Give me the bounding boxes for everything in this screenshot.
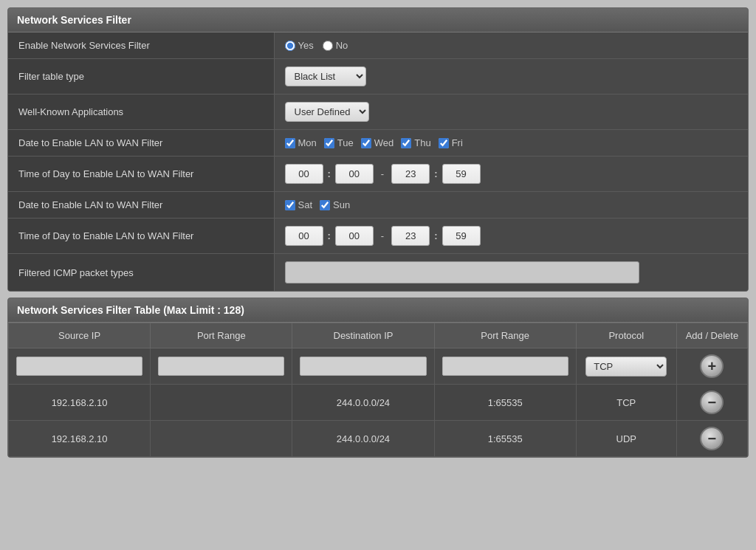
radio-no-item[interactable]: No	[323, 40, 348, 51]
enable-filter-row: Enable Network Services Filter Yes No	[8, 32, 748, 59]
col-dest-ip: Destination IP	[292, 323, 434, 348]
icmp-row: Filtered ICMP packet types	[8, 254, 748, 292]
remove-button-2[interactable]: −	[700, 427, 724, 450]
checkbox-sun-label: Sun	[333, 199, 350, 210]
table-row: 192.168.2.10 244.0.0.0/24 1:65535 UDP −	[9, 421, 748, 457]
row1-dest-ip: 244.0.0.0/24	[292, 385, 434, 421]
enable-filter-control: Yes No	[274, 32, 748, 59]
col-port-range-1: Port Range	[151, 323, 292, 348]
weekend-start-min[interactable]	[335, 226, 374, 246]
time-lan-wan-weekend-row: Time of Day to Enable LAN to WAN Filter …	[8, 219, 748, 254]
date-lan-wan-weekend-control: Sat Sun	[274, 192, 748, 219]
radio-yes-label: Yes	[298, 40, 314, 51]
input-source-ip[interactable]	[16, 357, 142, 376]
checkbox-sun[interactable]	[320, 200, 330, 210]
checkbox-fri-label: Fri	[452, 137, 463, 148]
weekday-end-min[interactable]	[442, 164, 481, 184]
date-lan-wan-weekday-row: Date to Enable LAN to WAN Filter Mon Tue	[8, 130, 748, 157]
checkbox-sat[interactable]	[285, 200, 295, 210]
row1-delete-cell: −	[676, 385, 747, 421]
input-port-range-2[interactable]	[442, 357, 568, 376]
time-lan-wan-weekend-control: : - :	[274, 219, 748, 254]
input-port-range-1-cell	[151, 348, 292, 385]
radio-yes-item[interactable]: Yes	[285, 40, 314, 51]
checkbox-mon-item[interactable]: Mon	[285, 137, 317, 148]
icmp-control	[274, 254, 748, 292]
weekday-end-hour[interactable]	[391, 164, 430, 184]
filter-table-type-select[interactable]: Black List White List	[285, 66, 366, 86]
filter-table-type-control: Black List White List	[274, 59, 748, 94]
time-group-weekend: : - :	[285, 226, 738, 246]
col-port-range-2: Port Range	[434, 323, 576, 348]
radio-yes[interactable]	[285, 41, 295, 51]
checkbox-sun-item[interactable]: Sun	[320, 199, 350, 210]
weekend-start-hour[interactable]	[285, 226, 323, 246]
filter-table-panel: Network Services Filter Table (Max Limit…	[7, 298, 749, 458]
add-button-cell: +	[676, 348, 747, 385]
checkbox-mon-label: Mon	[298, 137, 317, 148]
weekend-end-min[interactable]	[442, 226, 481, 246]
filter-table-header-row: Source IP Port Range Destination IP Port…	[9, 323, 748, 348]
time-dash-weekday: -	[381, 168, 384, 179]
row1-port-range-2: 1:65535	[434, 385, 576, 421]
checkbox-wed-label: Wed	[374, 137, 394, 148]
radio-no[interactable]	[323, 41, 333, 51]
date-lan-wan-weekday-label: Date to Enable LAN to WAN Filter	[8, 130, 274, 157]
input-port-range-2-cell	[434, 348, 576, 385]
checkbox-mon[interactable]	[285, 138, 295, 148]
checkbox-thu-item[interactable]: Thu	[401, 137, 430, 148]
date-lan-wan-weekend-label: Date to Enable LAN to WAN Filter	[8, 192, 274, 219]
date-lan-wan-weekday-control: Mon Tue Wed Thu	[274, 130, 748, 157]
checkbox-fri[interactable]	[439, 138, 449, 148]
time-lan-wan-weekday-label: Time of Day to Enable LAN to WAN Filter	[8, 157, 274, 192]
date-lan-wan-weekend-row: Date to Enable LAN to WAN Filter Sat Sun	[8, 192, 748, 219]
filter-table-panel-title: Network Services Filter Table (Max Limit…	[8, 298, 748, 323]
checkbox-thu[interactable]	[401, 138, 411, 148]
icmp-input[interactable]	[285, 261, 639, 283]
checkbox-sat-item[interactable]: Sat	[285, 199, 313, 210]
well-known-apps-control: User Defined HTTP FTP SMTP	[274, 94, 748, 130]
weekend-end-hour[interactable]	[391, 226, 430, 246]
checkbox-fri-item[interactable]: Fri	[439, 137, 463, 148]
time-sep-1: :	[328, 168, 331, 179]
col-source-ip: Source IP	[9, 323, 151, 348]
checkbox-wed-item[interactable]: Wed	[361, 137, 394, 148]
input-protocol-select[interactable]: TCP UDP Both	[585, 357, 667, 377]
weekday-checkbox-group: Mon Tue Wed Thu	[285, 137, 738, 148]
time-sep-3: :	[328, 230, 331, 241]
filter-input-row: TCP UDP Both +	[9, 348, 748, 385]
input-source-ip-cell	[9, 348, 151, 385]
add-button[interactable]: +	[700, 354, 724, 378]
well-known-apps-label: Well-Known Applications	[8, 94, 274, 130]
input-port-range-1[interactable]	[158, 357, 284, 376]
input-protocol-cell: TCP UDP Both	[576, 348, 676, 385]
time-sep-4: :	[434, 230, 437, 241]
filter-table-type-label: Filter table type	[8, 59, 274, 94]
checkbox-sat-label: Sat	[298, 199, 313, 210]
checkbox-tue-item[interactable]: Tue	[324, 137, 354, 148]
row2-protocol: UDP	[576, 421, 676, 457]
panel-title: Network Services Filter	[8, 8, 748, 32]
row1-source-ip: 192.168.2.10	[9, 385, 151, 421]
time-lan-wan-weekday-row: Time of Day to Enable LAN to WAN Filter …	[8, 157, 748, 192]
filter-table-type-row: Filter table type Black List White List	[8, 59, 748, 94]
well-known-apps-select[interactable]: User Defined HTTP FTP SMTP	[285, 102, 369, 122]
icmp-label: Filtered ICMP packet types	[8, 254, 274, 292]
time-sep-2: :	[434, 168, 437, 179]
filter-data-table: Source IP Port Range Destination IP Port…	[8, 323, 748, 457]
network-services-filter-panel: Network Services Filter Enable Network S…	[7, 7, 749, 292]
checkbox-tue[interactable]	[324, 138, 334, 148]
checkbox-wed[interactable]	[361, 138, 371, 148]
input-dest-ip[interactable]	[300, 357, 426, 376]
col-protocol: Protocol	[576, 323, 676, 348]
form-table: Enable Network Services Filter Yes No	[8, 32, 748, 291]
row2-source-ip: 192.168.2.10	[9, 421, 151, 457]
time-lan-wan-weekend-label: Time of Day to Enable LAN to WAN Filter	[8, 219, 274, 254]
remove-button-1[interactable]: −	[700, 391, 724, 414]
time-group-weekday: : - :	[285, 164, 738, 184]
checkbox-thu-label: Thu	[414, 137, 430, 148]
row1-protocol: TCP	[576, 385, 676, 421]
enable-radio-group: Yes No	[285, 40, 738, 51]
weekday-start-min[interactable]	[335, 164, 374, 184]
weekday-start-hour[interactable]	[285, 164, 323, 184]
